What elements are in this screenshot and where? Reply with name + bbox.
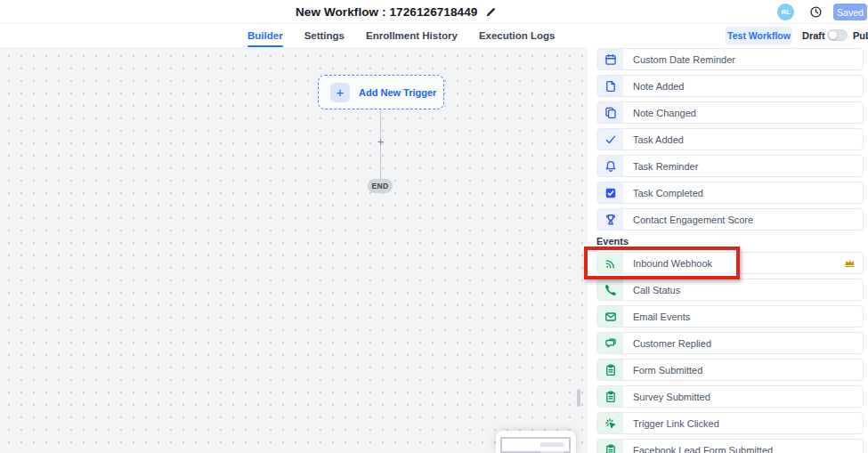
clipboard-icon: [597, 386, 623, 407]
trigger-item-contact-engagement-score[interactable]: Contact Engagement Score: [596, 208, 864, 231]
trigger-item-task-reminder[interactable]: Task Reminder: [596, 155, 864, 177]
trigger-item-email-events[interactable]: Email Events: [596, 305, 864, 328]
trigger-item-label: Facebook Lead Form Submitted: [633, 445, 863, 453]
crown-icon: [844, 257, 856, 269]
trigger-item-label: Note Changed: [633, 108, 863, 118]
trigger-item-label: Trigger Link Clicked: [633, 418, 863, 429]
trigger-item-inbound-webhook[interactable]: Inbound Webhook: [596, 252, 864, 274]
trigger-item-label: Custom Date Reminder: [633, 54, 863, 65]
connector-plus-icon[interactable]: +: [374, 135, 387, 149]
trigger-item-label: Task Completed: [633, 188, 863, 198]
trigger-item-label: Task Added: [633, 134, 863, 145]
cursor-click-icon: [597, 413, 623, 433]
tab-execution-logs[interactable]: Execution Logs: [479, 24, 556, 47]
publish-label: Publish: [853, 30, 868, 41]
trigger-item-survey-submitted[interactable]: Survey Submitted: [596, 385, 864, 408]
clipboard-icon: [597, 360, 623, 380]
trigger-item-label: Email Events: [633, 311, 863, 322]
tabs-nav: Builder Settings Enrollment History Exec…: [247, 24, 556, 47]
webhook-icon: [597, 253, 623, 273]
events-section-header: Events: [596, 235, 868, 247]
clipboard-icon: [597, 440, 623, 453]
end-node: END: [368, 179, 393, 193]
trigger-item-label: Call Status: [633, 285, 863, 295]
scrollbar-thumb[interactable]: [577, 389, 580, 407]
trigger-item-trigger-link-clicked[interactable]: Trigger Link Clicked: [596, 412, 864, 434]
history-clock-icon[interactable]: [809, 5, 823, 19]
toggle-knob: [829, 31, 837, 39]
workflow-title-wrap: New Workflow : 1726126718449: [296, 0, 497, 24]
trigger-list: Custom Date ReminderNote AddedNote Chang…: [588, 48, 868, 453]
trophy-icon: [597, 209, 623, 230]
minimap-panel[interactable]: [496, 431, 576, 453]
trigger-item-call-status[interactable]: Call Status: [596, 279, 864, 301]
calendar-icon: [597, 49, 623, 69]
trigger-item-label: Customer Replied: [633, 338, 863, 349]
trigger-item-form-submitted[interactable]: Form Submitted: [596, 359, 864, 381]
trigger-item-note-changed[interactable]: Note Changed: [596, 101, 864, 124]
test-workflow-button[interactable]: Test Workflow: [726, 27, 792, 44]
checkbox-check-icon: [597, 182, 623, 203]
trigger-item-label: Note Added: [633, 81, 863, 92]
mail-icon: [597, 306, 623, 327]
app-header: New Workflow : 1726126718449 RL Saved: [0, 0, 868, 24]
bell-icon: [597, 156, 623, 176]
tab-enrollment-history[interactable]: Enrollment History: [366, 24, 458, 47]
note-icon: [597, 76, 623, 96]
trigger-item-note-added[interactable]: Note Added: [596, 75, 864, 97]
trigger-item-facebook-lead-form-submitted[interactable]: Facebook Lead Form Submitted: [596, 439, 864, 453]
minimap-viewport: [500, 437, 571, 453]
trigger-sidebar: Custom Date ReminderNote AddedNote Chang…: [588, 47, 868, 453]
trigger-item-label: Task Reminder: [633, 161, 863, 172]
trigger-item-customer-replied[interactable]: Customer Replied: [596, 332, 864, 354]
draft-label: Draft: [802, 30, 825, 41]
add-trigger-label: Add New Trigger: [359, 87, 436, 98]
saved-button[interactable]: Saved: [833, 4, 867, 20]
trigger-item-label: Form Submitted: [633, 365, 863, 376]
tab-settings[interactable]: Settings: [304, 24, 345, 47]
workspace: + Add New Trigger + END Custom Date Remi…: [0, 47, 868, 453]
trigger-item-label: Inbound Webhook: [633, 258, 844, 269]
trigger-item-task-completed[interactable]: Task Completed: [596, 182, 864, 204]
minimap-bar: [540, 442, 564, 447]
tab-builder[interactable]: Builder: [247, 24, 283, 47]
page-title: New Workflow : 1726126718449: [296, 5, 477, 19]
avatar[interactable]: RL: [777, 4, 794, 20]
phone-icon: [597, 279, 623, 300]
note-copy-icon: [597, 102, 623, 123]
chat-icon: [597, 333, 623, 353]
add-new-trigger-button[interactable]: + Add New Trigger: [318, 75, 444, 109]
trigger-item-label: Contact Engagement Score: [633, 214, 863, 225]
check-icon: [597, 129, 623, 150]
plus-icon: +: [330, 83, 350, 102]
trigger-item-custom-date-reminder[interactable]: Custom Date Reminder: [596, 48, 864, 70]
publish-toggle[interactable]: [827, 29, 848, 41]
tab-bar: Builder Settings Enrollment History Exec…: [0, 24, 868, 47]
trigger-item-task-added[interactable]: Task Added: [596, 128, 864, 150]
edit-pencil-icon[interactable]: [485, 6, 497, 18]
trigger-item-label: Survey Submitted: [633, 392, 863, 402]
